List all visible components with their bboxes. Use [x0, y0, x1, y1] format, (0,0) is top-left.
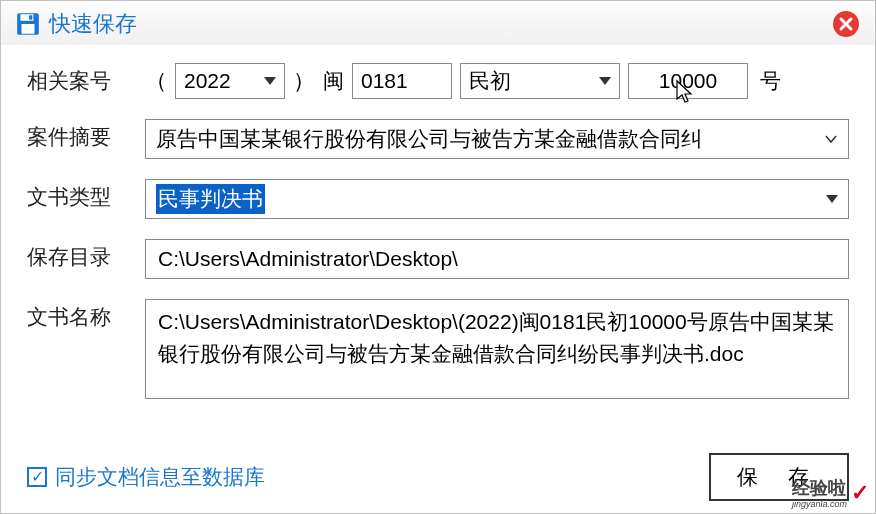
summary-dropdown[interactable]: 原告中国某某银行股份有限公司与被告方某金融借款合同纠 [145, 119, 849, 159]
sync-label: 同步文档信息至数据库 [55, 463, 265, 491]
svg-rect-2 [22, 24, 35, 34]
court-code-input[interactable] [352, 63, 452, 99]
row-savedir: 保存目录 C:\Users\Administrator\Desktop\ [27, 239, 849, 279]
form-body: 相关案号 （ 2022 ） 闽 民初 号 案件摘要 [1, 45, 875, 399]
docname-input[interactable]: C:\Users\Administrator\Desktop\(2022)闽01… [145, 299, 849, 399]
chevron-down-icon [824, 132, 838, 146]
docname-value: C:\Users\Administrator\Desktop\(2022)闽01… [158, 310, 834, 365]
dialog-title: 快速保存 [49, 9, 137, 39]
watermark-sub: jingyanla.com [792, 500, 847, 509]
sync-checkbox[interactable]: ✓ 同步文档信息至数据库 [27, 463, 265, 491]
check-icon: ✓ [851, 480, 869, 506]
chevron-down-icon [826, 195, 838, 203]
summary-text: 原告中国某某银行股份有限公司与被告方某金融借款合同纠 [156, 125, 702, 153]
region-text: 闽 [323, 67, 344, 95]
quicksave-dialog: 快速保存 相关案号 （ 2022 ） 闽 民初 [0, 0, 876, 514]
chevron-down-icon [264, 77, 276, 85]
chevron-down-icon [599, 77, 611, 85]
label-docname: 文书名称 [27, 299, 127, 331]
doctype-value: 民事判决书 [156, 184, 265, 214]
row-case-number: 相关案号 （ 2022 ） 闽 民初 号 [27, 63, 849, 99]
sequence-input[interactable] [628, 63, 748, 99]
label-doctype: 文书类型 [27, 179, 127, 211]
titlebar: 快速保存 [1, 1, 875, 45]
doctype-dropdown[interactable]: 民事判决书 [145, 179, 849, 219]
savedir-value: C:\Users\Administrator\Desktop\ [158, 243, 458, 275]
suffix-text: 号 [760, 67, 781, 95]
year-value: 2022 [184, 69, 231, 93]
lparen: （ [145, 66, 167, 96]
case-type-dropdown[interactable]: 民初 [460, 63, 620, 99]
close-button[interactable] [831, 9, 861, 39]
label-savedir: 保存目录 [27, 239, 127, 271]
row-doctype: 文书类型 民事判决书 [27, 179, 849, 219]
watermark-main: 经验啦 [792, 478, 846, 498]
svg-rect-3 [29, 15, 32, 19]
savedir-input[interactable]: C:\Users\Administrator\Desktop\ [145, 239, 849, 279]
footer: ✓ 同步文档信息至数据库 保 存 [1, 453, 875, 501]
checkbox-icon: ✓ [27, 467, 47, 487]
row-summary: 案件摘要 原告中国某某银行股份有限公司与被告方某金融借款合同纠 [27, 119, 849, 159]
rparen: ） [293, 66, 315, 96]
case-type-value: 民初 [469, 67, 511, 95]
year-dropdown[interactable]: 2022 [175, 63, 285, 99]
watermark: 经验啦 jingyanla.com ✓ [792, 476, 869, 509]
save-icon [15, 11, 41, 37]
row-docname: 文书名称 C:\Users\Administrator\Desktop\(202… [27, 299, 849, 399]
label-case-number: 相关案号 [27, 63, 127, 95]
label-summary: 案件摘要 [27, 119, 127, 151]
